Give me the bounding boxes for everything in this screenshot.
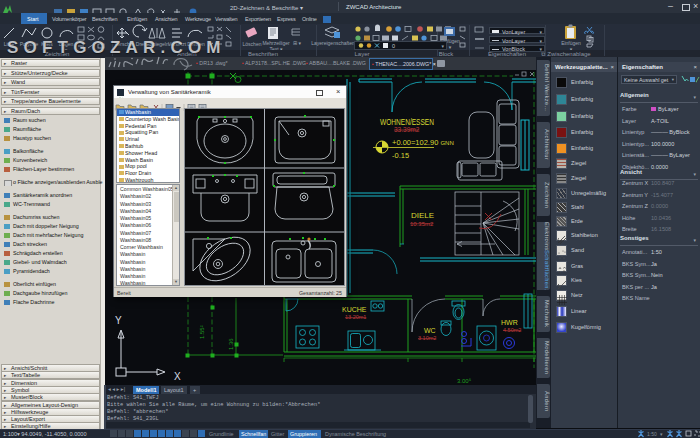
svg-text:3.00⁵: 3.00⁵ — [457, 378, 472, 384]
svg-text:HWR: HWR — [501, 319, 518, 326]
svg-text:X: X — [174, 371, 181, 382]
svg-text:33.39m2: 33.39m2 — [394, 126, 420, 133]
svg-text:Text ▾: Text ▾ — [269, 46, 283, 50]
svg-text:WC: WC — [424, 327, 436, 334]
svg-text:Y: Y — [115, 315, 122, 326]
svg-text:⊞ ▾: ⊞ ▾ — [293, 40, 302, 46]
svg-text:4.50m2: 4.50m2 — [503, 327, 521, 333]
svg-text:1.36: 1.36 — [228, 338, 234, 350]
svg-text:0: 0 — [392, 43, 395, 49]
svg-text:DIELE: DIELE — [411, 211, 434, 220]
svg-text:13.20m1: 13.20m1 — [345, 314, 366, 320]
svg-text:Layereigenschaften: Layereigenschaften — [311, 40, 355, 46]
svg-text:▾: ▾ — [570, 46, 573, 50]
svg-text:Löschen: Löschen — [243, 41, 262, 47]
svg-text:KUCHE: KUCHE — [342, 306, 367, 313]
svg-text:10.35m2: 10.35m2 — [410, 221, 434, 227]
svg-text:+0.00=102.90 GNN: +0.00=102.90 GNN — [392, 138, 454, 147]
svg-text:▾: ▾ — [660, 431, 663, 437]
svg-text:1.55²: 1.55² — [199, 325, 205, 339]
svg-text:-0.15: -0.15 — [392, 151, 409, 160]
svg-text:1:50: 1:50 — [647, 431, 657, 437]
svg-text:▾: ▾ — [449, 44, 452, 50]
svg-text:3.10m2: 3.10m2 — [418, 335, 436, 341]
